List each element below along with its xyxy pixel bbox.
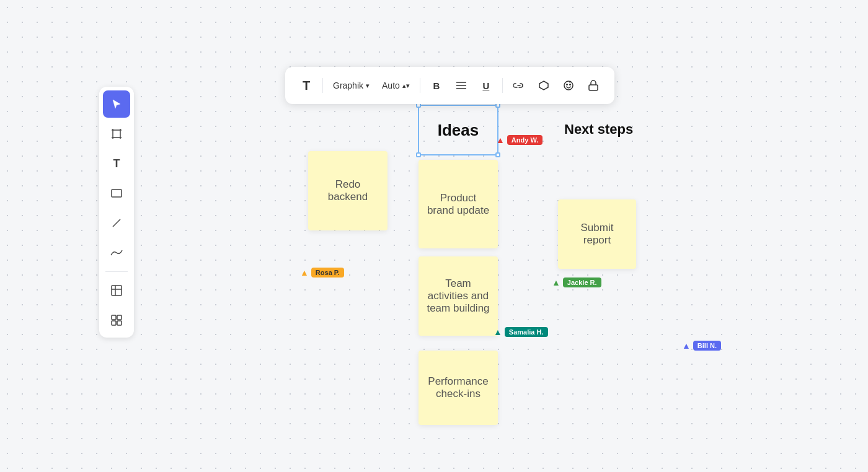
left-toolbar: T	[99, 87, 134, 338]
ft-divider-3	[502, 78, 503, 93]
rosa-badge: Rosa P.	[311, 268, 344, 278]
svg-rect-9	[112, 190, 122, 197]
svg-point-21	[564, 81, 573, 90]
rosa-cursor-arrow: ▲	[300, 268, 309, 278]
cursor-samalia: ▲ Samalia H.	[494, 327, 548, 337]
sticky-product-text: Product brand update	[426, 192, 490, 217]
sticky-team-text: Team activities and team building	[426, 278, 490, 315]
sticky-submit-report[interactable]: Submit report	[558, 199, 636, 269]
jackie-cursor-arrow: ▲	[552, 278, 560, 287]
jackie-badge: Jackie R.	[563, 278, 601, 287]
font-size-selector[interactable]: Auto ▴▾	[377, 78, 415, 93]
svg-rect-24	[589, 85, 598, 90]
ideas-label: Ideas	[438, 121, 479, 140]
svg-rect-16	[112, 321, 116, 325]
andy-badge: Andy W.	[507, 135, 542, 145]
cursor-andy: ▲ Andy W.	[496, 135, 542, 145]
svg-rect-0	[113, 130, 120, 138]
svg-point-23	[570, 84, 571, 85]
text-tool[interactable]: T	[103, 150, 130, 177]
sticky-product-brand[interactable]: Product brand update	[418, 160, 498, 248]
andy-cursor-arrow: ▲	[496, 135, 505, 145]
cursor-rosa: ▲ Rosa P.	[300, 268, 344, 278]
select-tool[interactable]	[103, 90, 130, 118]
pen-tool[interactable]	[103, 239, 130, 266]
samalia-cursor-arrow: ▲	[494, 327, 502, 337]
emoji-button[interactable]	[557, 74, 580, 97]
format-toolbar: T Graphik ▾ Auto ▴▾ B U	[285, 67, 614, 104]
svg-rect-14	[112, 315, 116, 320]
toolbar-divider	[105, 271, 128, 272]
svg-line-10	[113, 219, 120, 227]
sticky-performance[interactable]: Performance check-ins	[418, 351, 498, 425]
bold-button[interactable]: B	[425, 74, 448, 97]
line-tool[interactable]	[103, 209, 130, 237]
samalia-badge: Samalia H.	[505, 327, 548, 337]
font-size-label: Auto	[382, 81, 400, 90]
font-dropdown-icon: ▾	[366, 82, 370, 90]
lock-button[interactable]	[582, 74, 604, 97]
font-name-label: Graphik	[333, 81, 363, 90]
link-button[interactable]	[508, 74, 530, 97]
font-selector[interactable]: Graphik ▾	[328, 78, 374, 93]
underline-button[interactable]: U	[475, 74, 497, 97]
text-type-icon[interactable]: T	[295, 74, 317, 97]
cursor-bill: ▲ Bill N.	[682, 341, 721, 351]
ideas-box[interactable]: Ideas	[418, 105, 498, 155]
cursor-jackie: ▲ Jackie R.	[552, 278, 601, 287]
font-size-arrows: ▴▾	[402, 82, 410, 89]
align-button[interactable]	[450, 74, 472, 97]
bill-badge: Bill N.	[693, 341, 721, 351]
svg-rect-11	[112, 286, 122, 295]
sticky-redo-backend[interactable]: Redo backend	[308, 151, 388, 230]
ft-divider-1	[322, 78, 323, 93]
rectangle-tool[interactable]	[103, 180, 130, 207]
sticky-redo-text: Redo backend	[316, 178, 380, 203]
bill-cursor-arrow: ▲	[682, 341, 691, 351]
grid-tool[interactable]	[103, 307, 130, 334]
svg-rect-15	[117, 315, 122, 320]
frame-tool[interactable]	[103, 120, 130, 147]
tag-button[interactable]	[533, 74, 555, 97]
sticky-performance-text: Performance check-ins	[426, 375, 490, 400]
sticky-submit-text: Submit report	[565, 222, 629, 247]
sticky-team-activities[interactable]: Team activities and team building	[418, 256, 498, 336]
svg-rect-17	[117, 321, 122, 325]
next-steps-label: Next steps	[564, 121, 633, 138]
ft-divider-2	[420, 78, 420, 93]
handle-br	[495, 152, 500, 157]
handle-bl	[416, 152, 421, 157]
table-tool[interactable]	[103, 277, 130, 304]
svg-point-22	[567, 84, 568, 85]
